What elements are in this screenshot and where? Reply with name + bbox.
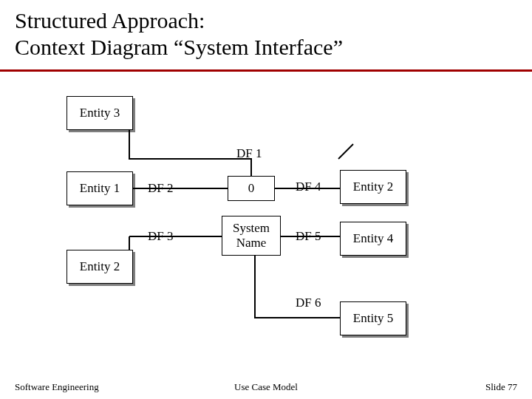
footer-center: Use Case Model xyxy=(0,381,532,393)
df2-label: DF 2 xyxy=(148,181,173,196)
title-line2: Context Diagram “System Interface” xyxy=(15,35,343,59)
entity-2-right-label: Entity 2 xyxy=(353,180,393,194)
process-zero-label: 0 xyxy=(248,181,255,196)
system-name-box: System Name xyxy=(222,216,281,256)
entity-1-label: Entity 1 xyxy=(80,181,120,196)
system-name-label: System Name xyxy=(233,221,270,251)
df4-label: DF 4 xyxy=(296,180,321,194)
entity-3-label: Entity 3 xyxy=(80,106,120,120)
slide: { "title_line1": "Structured Approach:",… xyxy=(0,0,532,399)
entity-3-box: Entity 3 xyxy=(66,96,133,130)
df1-label: DF 1 xyxy=(236,146,262,161)
entity-2-right-box: Entity 2 xyxy=(340,170,406,204)
process-zero-box: 0 xyxy=(228,176,275,201)
df3-label: DF 3 xyxy=(148,229,173,244)
entity-1-box: Entity 1 xyxy=(66,171,133,205)
entity-5-box: Entity 5 xyxy=(340,301,406,335)
footer-right: Slide 77 xyxy=(485,381,517,393)
entity-2-left-label: Entity 2 xyxy=(80,259,120,274)
entity-5-label: Entity 5 xyxy=(353,311,393,326)
df6-label: DF 6 xyxy=(296,296,321,310)
entity-4-box: Entity 4 xyxy=(340,222,406,256)
entity-2-left-box: Entity 2 xyxy=(66,250,133,284)
title-rule xyxy=(0,69,532,72)
df5-label: DF 5 xyxy=(296,229,321,244)
slide-title: Structured Approach: Context Diagram “Sy… xyxy=(15,7,343,61)
entity-4-label: Entity 4 xyxy=(353,231,393,246)
title-line1: Structured Approach: xyxy=(15,8,205,33)
